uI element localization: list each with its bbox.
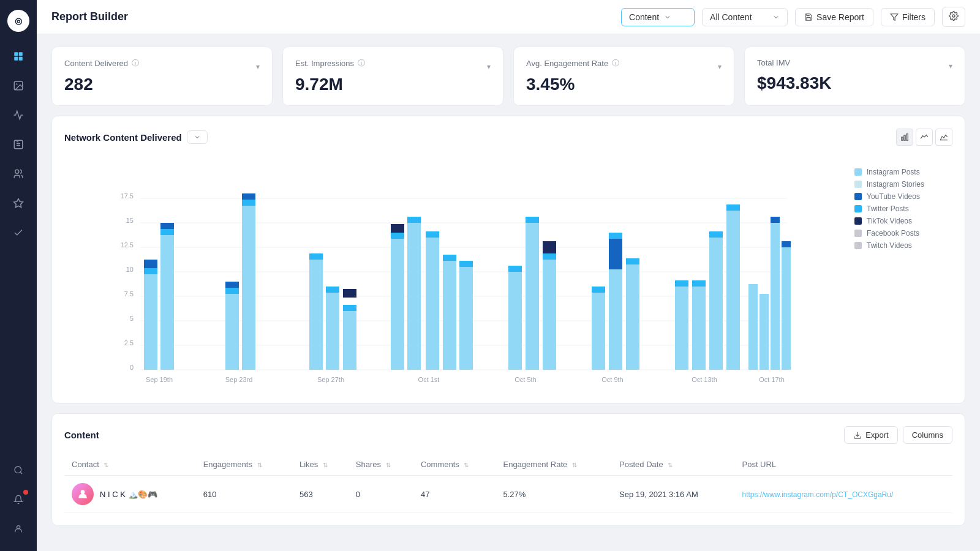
export-button[interactable]: Export xyxy=(844,426,898,444)
svg-text:15: 15 xyxy=(126,217,134,224)
chart-dropdown[interactable] xyxy=(187,130,208,144)
legend-dot-tiktok-videos xyxy=(854,217,862,225)
kpi-value-impressions: 9.72M xyxy=(295,75,491,94)
kpi-dropdown-engagement[interactable]: ▾ xyxy=(718,62,722,71)
table-title: Content xyxy=(64,430,99,440)
svg-rect-81 xyxy=(609,269,622,370)
page-title: Report Builder xyxy=(51,10,611,23)
svg-rect-101 xyxy=(782,241,791,247)
svg-rect-46 xyxy=(225,282,239,288)
svg-rect-75 xyxy=(543,260,556,370)
svg-point-5 xyxy=(16,83,17,84)
svg-rect-63 xyxy=(407,217,421,223)
legend-instagram-stories: Instagram Stories xyxy=(854,180,952,189)
col-comments[interactable]: Comments ⇅ xyxy=(413,454,496,476)
col-contact[interactable]: Contact ⇅ xyxy=(64,454,196,476)
svg-rect-89 xyxy=(692,287,706,370)
kpi-dropdown-content-delivered[interactable]: ▾ xyxy=(256,62,260,71)
all-content-select[interactable]: All Content xyxy=(702,8,788,26)
line-chart-icon-btn[interactable] xyxy=(916,129,933,146)
svg-rect-94 xyxy=(726,204,740,211)
svg-rect-54 xyxy=(326,287,339,293)
chart-section: Network Content Delivered xyxy=(51,116,965,403)
svg-rect-99 xyxy=(771,217,780,223)
sidebar-item-approvals[interactable] xyxy=(6,220,31,245)
svg-rect-38 xyxy=(144,268,157,274)
kpi-value-content-delivered: 282 xyxy=(64,75,260,94)
sidebar-item-campaigns[interactable] xyxy=(6,103,31,127)
sidebar-item-profile[interactable] xyxy=(6,517,31,541)
sidebar-item-dashboard[interactable] xyxy=(6,44,31,69)
sidebar-item-media[interactable] xyxy=(6,73,31,98)
svg-rect-52 xyxy=(309,253,323,260)
svg-rect-83 xyxy=(609,233,622,239)
sidebar-item-users[interactable] xyxy=(6,162,31,186)
table-row: N I C K 🏔️🎨🎮 610 563 0 47 5.27% Sep 19, … xyxy=(64,476,952,513)
col-likes[interactable]: Likes ⇅ xyxy=(292,454,349,476)
svg-rect-51 xyxy=(309,260,323,370)
info-icon-impressions: ⓘ xyxy=(358,58,365,69)
svg-rect-85 xyxy=(626,258,639,264)
col-engagement-rate[interactable]: Engagement Rate ⇅ xyxy=(496,454,612,476)
sidebar-item-search[interactable] xyxy=(6,458,31,482)
sidebar-item-favorites[interactable] xyxy=(6,191,31,216)
svg-rect-82 xyxy=(609,239,622,269)
legend-twitter-posts: Twitter Posts xyxy=(854,204,952,213)
svg-text:Oct 9th: Oct 9th xyxy=(601,376,623,383)
svg-rect-2 xyxy=(14,57,18,61)
col-engagements[interactable]: Engagements ⇅ xyxy=(196,454,292,476)
svg-rect-76 xyxy=(543,253,556,260)
bar-chart-icon-btn[interactable] xyxy=(896,129,913,146)
svg-rect-17 xyxy=(902,137,903,140)
cell-likes: 563 xyxy=(292,476,349,513)
svg-text:7.5: 7.5 xyxy=(124,290,134,298)
svg-point-16 xyxy=(952,15,955,17)
settings-button[interactable] xyxy=(942,7,965,27)
chart-area: 0 2.5 5 7.5 10 12.5 15 17.5 xyxy=(64,156,842,391)
columns-button[interactable]: Columns xyxy=(903,426,952,444)
col-shares[interactable]: Shares ⇅ xyxy=(349,454,413,476)
svg-rect-45 xyxy=(225,288,239,294)
svg-rect-65 xyxy=(426,231,439,238)
svg-rect-88 xyxy=(675,280,688,287)
save-report-button[interactable]: Save Report xyxy=(795,8,873,26)
chart-header: Network Content Delivered xyxy=(64,129,952,146)
svg-rect-55 xyxy=(343,311,356,370)
area-chart-icon-btn[interactable] xyxy=(935,129,952,146)
sidebar: ◎ xyxy=(0,0,37,551)
content-table: Contact ⇅ Engagements ⇅ Likes ⇅ Shares ⇅… xyxy=(64,454,952,513)
svg-text:Sep 27th: Sep 27th xyxy=(317,376,344,383)
legend-facebook-posts: Facebook Posts xyxy=(854,229,952,238)
filters-button[interactable]: Filters xyxy=(881,8,935,26)
cell-post-url[interactable]: https://www.instagram.com/p/CT_OCXGgaRu/ xyxy=(734,476,952,513)
svg-rect-59 xyxy=(391,239,404,370)
svg-point-10 xyxy=(15,170,19,173)
svg-rect-53 xyxy=(326,293,339,370)
svg-rect-96 xyxy=(748,284,758,370)
col-posted-date[interactable]: Posted Date ⇅ xyxy=(612,454,734,476)
svg-text:Oct 1st: Oct 1st xyxy=(418,376,440,383)
svg-rect-93 xyxy=(726,211,740,370)
svg-rect-102 xyxy=(748,361,758,370)
svg-rect-73 xyxy=(526,223,539,370)
kpi-dropdown-imv[interactable]: ▾ xyxy=(949,62,952,70)
kpi-dropdown-impressions[interactable]: ▾ xyxy=(487,62,491,71)
sidebar-item-notifications[interactable] xyxy=(6,487,31,512)
svg-rect-90 xyxy=(692,280,706,287)
legend-dot-instagram-stories xyxy=(854,181,862,188)
svg-text:0: 0 xyxy=(130,364,134,371)
content-type-select[interactable]: Content xyxy=(621,8,695,26)
svg-rect-49 xyxy=(242,193,255,200)
chart-title-row: Network Content Delivered xyxy=(64,130,208,144)
kpi-card-engagement: Avg. Engagement Rate ⓘ ▾ 3.45% xyxy=(513,47,734,106)
svg-text:Sep 19th: Sep 19th xyxy=(146,376,173,383)
svg-rect-60 xyxy=(391,233,404,239)
svg-rect-62 xyxy=(407,223,421,370)
svg-rect-100 xyxy=(782,247,791,370)
svg-rect-69 xyxy=(459,261,473,267)
svg-rect-74 xyxy=(526,217,539,223)
svg-text:Oct 5th: Oct 5th xyxy=(514,376,536,383)
svg-line-13 xyxy=(20,472,22,474)
sidebar-item-reports[interactable] xyxy=(6,132,31,157)
svg-point-105 xyxy=(81,490,85,494)
